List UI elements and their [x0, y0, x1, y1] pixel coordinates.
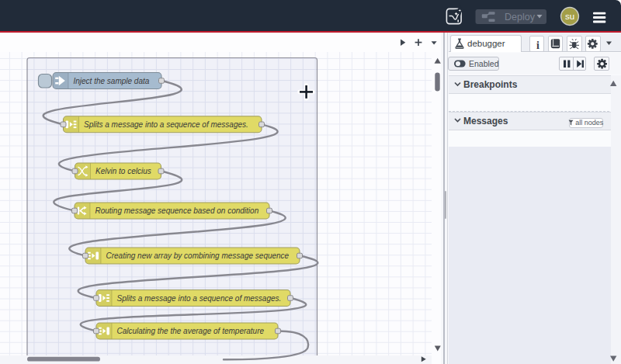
- svg-text:Inject the sample data: Inject the sample data: [74, 77, 150, 85]
- svg-text:Creating new array by combinin: Creating new array by combining message …: [106, 251, 290, 260]
- svg-text:Deploy: Deploy: [505, 12, 536, 23]
- svg-text:Routing message sequence based: Routing message sequence based on condit…: [95, 206, 259, 215]
- svg-text:i: i: [536, 40, 539, 51]
- svg-text:Kelvin to celcius: Kelvin to celcius: [95, 167, 151, 175]
- svg-text:Splits a message into a sequen: Splits a message into a sequence of mess…: [84, 120, 248, 129]
- svg-text:Calculating the the average of: Calculating the the average of temperatu…: [117, 327, 265, 335]
- svg-text:Splits a message into a sequen: Splits a message into a sequence of mess…: [117, 294, 282, 303]
- svg-text:su: su: [565, 12, 574, 21]
- svg-text:Enabled: Enabled: [469, 59, 499, 68]
